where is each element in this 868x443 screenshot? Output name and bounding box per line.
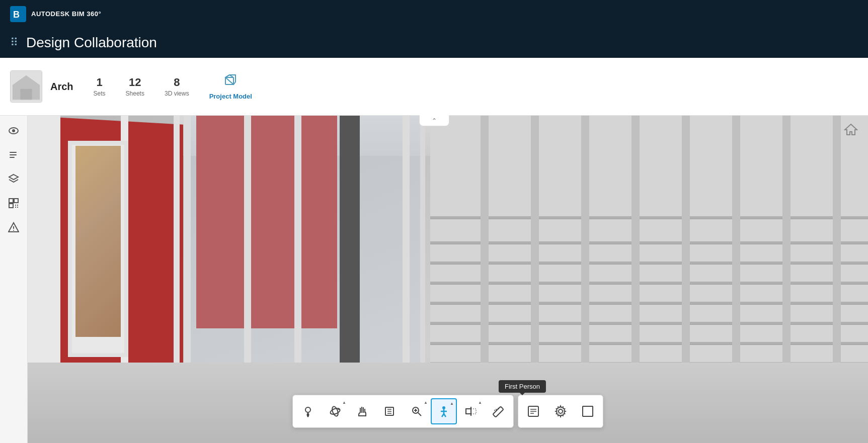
svg-rect-20 — [17, 205, 18, 206]
stat-sheets-value: 12 — [129, 76, 141, 89]
arch-label: Arch — [50, 81, 73, 93]
measure-button[interactable] — [485, 398, 511, 424]
top-bar: B AUTODESK BIM 360° — [0, 0, 868, 28]
warning-icon — [8, 222, 19, 233]
stat-3dviews: 8 3D views — [165, 76, 189, 97]
svg-rect-44 — [471, 409, 476, 414]
collapse-handle[interactable]: ⌃ — [419, 115, 449, 126]
fullscreen-icon — [581, 405, 594, 418]
stat-3dviews-value: 8 — [174, 76, 180, 89]
svg-line-35 — [418, 413, 421, 416]
orbit-button[interactable]: ▲ — [322, 398, 348, 424]
railing-bar-1 — [430, 241, 868, 244]
svg-marker-15 — [9, 174, 18, 180]
settings-button[interactable] — [547, 398, 574, 424]
svg-rect-55 — [583, 406, 593, 416]
railing-bar-4 — [430, 302, 868, 305]
grid-qr-icon — [8, 198, 19, 209]
orbit-icon — [329, 405, 342, 418]
location-icon — [301, 405, 314, 418]
stat-sheets-label: Sheets — [126, 90, 144, 97]
svg-point-11 — [12, 129, 15, 132]
sidebar-item-issues[interactable] — [4, 217, 24, 237]
svg-point-54 — [559, 409, 563, 413]
project-model-icon — [223, 73, 238, 91]
eye-icon — [8, 125, 19, 136]
tooltip-text: First Person — [505, 383, 540, 390]
arch-avatar-icon — [11, 70, 42, 102]
first-person-arrow-icon: ▲ — [450, 401, 454, 406]
svg-point-27 — [305, 407, 310, 412]
svg-rect-16 — [9, 199, 13, 203]
zoom-window-icon — [410, 405, 423, 418]
railing-bar-5 — [430, 322, 868, 325]
svg-rect-14 — [10, 157, 15, 158]
page-header: ⠿ Design Collaboration — [0, 28, 868, 58]
left-sidebar — [0, 116, 28, 443]
sidebar-item-grid[interactable] — [4, 193, 24, 213]
first-person-button[interactable]: ▲ — [431, 398, 457, 424]
autodesk-logo-icon: B — [10, 6, 26, 22]
sidebar-item-layers[interactable] — [4, 169, 24, 189]
properties-button[interactable] — [520, 398, 546, 424]
zoom-arrow-icon: ▲ — [424, 400, 428, 405]
section-button[interactable]: ▲ — [458, 398, 484, 424]
svg-point-29 — [331, 406, 339, 417]
grid-icon: ⠿ — [10, 36, 18, 49]
railing-bar-3 — [430, 282, 868, 285]
railing-bar-6 — [430, 342, 868, 345]
project-model-button[interactable]: Project Model — [209, 73, 252, 100]
toolbar: ▲ — [292, 395, 603, 428]
arch-avatar — [10, 70, 42, 103]
sidebar-item-view[interactable] — [4, 121, 24, 141]
page-title: Design Collaboration — [26, 35, 157, 51]
stat-3dviews-label: 3D views — [165, 90, 189, 97]
gear-icon — [554, 405, 567, 418]
sidebar-item-sheets[interactable] — [4, 145, 24, 165]
project-model-label[interactable]: Project Model — [209, 93, 252, 100]
main-content: First Person ▲ — [0, 116, 868, 443]
stat-sets-label: Sets — [94, 90, 106, 97]
toolbar-settings-group — [518, 395, 603, 428]
home-icon — [844, 123, 858, 137]
svg-line-42 — [444, 414, 446, 417]
railing-bar-2 — [430, 261, 868, 264]
first-person-tooltip: First Person — [499, 380, 546, 393]
orbit-arrow-icon: ▲ — [342, 400, 346, 405]
toolbar-navigation-group: ▲ — [292, 395, 514, 428]
svg-rect-22 — [17, 207, 18, 208]
pan-button[interactable] — [349, 398, 375, 424]
svg-rect-18 — [9, 204, 13, 208]
svg-rect-19 — [15, 205, 16, 206]
svg-rect-17 — [14, 199, 18, 203]
svg-point-38 — [442, 406, 445, 409]
sub-header: Arch 1 Sets 12 Sheets 8 3D views — [0, 58, 868, 116]
section-icon — [464, 405, 478, 418]
svg-text:B: B — [13, 10, 20, 20]
stat-sets-value: 1 — [96, 76, 102, 89]
pan-icon — [356, 405, 369, 418]
svg-point-25 — [13, 230, 14, 231]
measure-icon — [492, 405, 505, 418]
home-button[interactable] — [842, 121, 860, 139]
stat-sheets: 12 Sheets — [126, 76, 144, 97]
fullscreen-button[interactable] — [575, 398, 601, 424]
properties-icon — [527, 405, 540, 418]
sheets-icon — [8, 149, 19, 160]
location-button[interactable] — [295, 398, 321, 424]
svg-rect-43 — [466, 409, 471, 414]
viewport: First Person ▲ — [28, 116, 868, 443]
first-person-icon — [437, 405, 450, 418]
stats-row: 1 Sets 12 Sheets 8 3D views Project Mode… — [94, 73, 252, 100]
cube-icon — [223, 73, 238, 87]
section-arrow-icon: ▲ — [478, 400, 482, 405]
svg-rect-12 — [10, 152, 17, 153]
zoom-window-button[interactable]: ▲ — [404, 398, 430, 424]
svg-rect-13 — [10, 154, 17, 155]
brand-text: AUTODESK BIM 360° — [31, 10, 101, 18]
stat-sets: 1 Sets — [94, 76, 106, 97]
logo-area: B AUTODESK BIM 360° — [10, 6, 101, 22]
chevron-down-icon: ⌃ — [432, 117, 437, 124]
railing-bar-8 — [430, 216, 868, 219]
fit-to-view-button[interactable] — [376, 398, 403, 424]
